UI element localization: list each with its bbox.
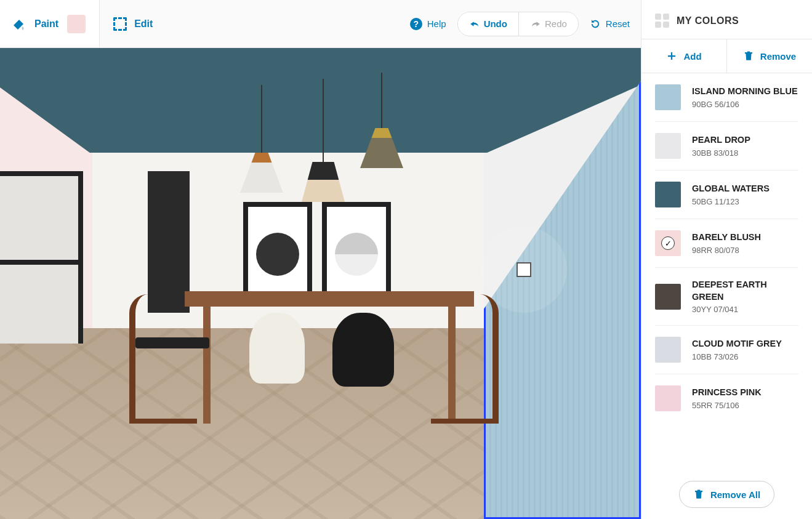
chair (431, 294, 499, 424)
interior-door (148, 171, 190, 313)
help-icon: ? (410, 18, 422, 30)
undo-button[interactable]: Undo (458, 12, 519, 36)
chair (332, 313, 394, 436)
redo-button[interactable]: Redo (519, 12, 578, 36)
color-name: BARELY BLUSH (692, 231, 761, 244)
color-name: PEARL DROP (692, 134, 750, 147)
paint-label: Paint (34, 18, 58, 30)
color-swatch (655, 182, 681, 207)
color-name: CLOUD MOTIF GREY (692, 338, 782, 350)
remove-all-button[interactable]: Remove All (679, 481, 774, 508)
palette-icon (655, 14, 669, 28)
paint-tool[interactable]: Paint (0, 0, 100, 47)
color-name: GLOBAL WATERS (692, 183, 770, 195)
reset-icon (590, 18, 601, 30)
active-color-swatch[interactable] (67, 15, 86, 33)
color-swatch (655, 284, 681, 310)
color-code: 10BB 73/026 (692, 352, 782, 361)
plus-icon (666, 50, 677, 62)
color-name: DEEPEST EARTH GREEN (692, 279, 798, 303)
color-item[interactable]: PEARL DROP30BB 83/018 (655, 122, 798, 171)
edit-label: Edit (134, 18, 153, 30)
color-code: 55RR 75/106 (692, 401, 762, 410)
check-icon: ✓ (661, 236, 675, 250)
glass-door (0, 171, 83, 344)
color-swatch (655, 133, 681, 159)
color-item[interactable]: CLOUD MOTIF GREY10BB 73/026 (655, 326, 798, 374)
undo-redo-group: Undo Redo (457, 12, 579, 36)
remove-tab[interactable]: Remove (727, 39, 812, 73)
color-item[interactable]: DEEPEST EARTH GREEN30YY 07/041 (655, 268, 798, 326)
sidebar-title: MY COLORS (677, 15, 739, 26)
color-item[interactable]: ✓BARELY BLUSH98RR 80/078 (655, 219, 798, 268)
room-canvas[interactable] (0, 48, 641, 519)
floor[interactable] (0, 328, 484, 519)
color-code: 30YY 07/041 (692, 305, 798, 314)
color-code: 30BB 83/018 (692, 148, 750, 158)
color-code: 98RR 80/078 (692, 246, 761, 255)
handle-icon (517, 262, 531, 277)
add-tab[interactable]: Add (641, 39, 727, 73)
pendant-lamp (302, 79, 345, 202)
edit-tool[interactable]: Edit (113, 17, 153, 31)
undo-icon (469, 18, 480, 30)
color-code: 90BG 56/106 (692, 100, 798, 109)
color-swatch (655, 337, 681, 363)
trash-icon (743, 50, 754, 62)
toolbar: Paint Edit ? Help Undo (0, 0, 641, 48)
paint-bucket-icon (11, 17, 26, 31)
room-scene (0, 48, 641, 519)
color-name: ISLAND MORNING BLUE (692, 86, 798, 98)
color-item[interactable]: ISLAND MORNING BLUE90BG 56/106 (655, 73, 798, 122)
pendant-lamp (240, 85, 283, 193)
chair (129, 294, 197, 424)
color-item[interactable]: GLOBAL WATERS50BG 11/123 (655, 171, 798, 219)
color-list: ISLAND MORNING BLUE90BG 56/106PEARL DROP… (641, 73, 812, 470)
color-code: 50BG 11/123 (692, 197, 770, 206)
color-swatch (655, 84, 681, 110)
sidebar-tabs: Add Remove (641, 39, 812, 73)
pendant-lamp (360, 73, 403, 168)
color-swatch: ✓ (655, 230, 681, 256)
sidebar: MY COLORS Add Remove ISLAND MORNING BLUE… (641, 0, 812, 519)
color-item[interactable]: PRINCESS PINK55RR 75/106 (655, 374, 798, 422)
redo-icon (530, 18, 541, 30)
reset-button[interactable]: Reset (590, 18, 630, 30)
color-swatch (655, 385, 681, 411)
trash-icon (693, 489, 704, 500)
selection-icon (113, 17, 127, 31)
chair (249, 313, 305, 436)
help-button[interactable]: ? Help (410, 18, 446, 30)
region-handle[interactable] (481, 227, 567, 313)
color-name: PRINCESS PINK (692, 387, 762, 399)
